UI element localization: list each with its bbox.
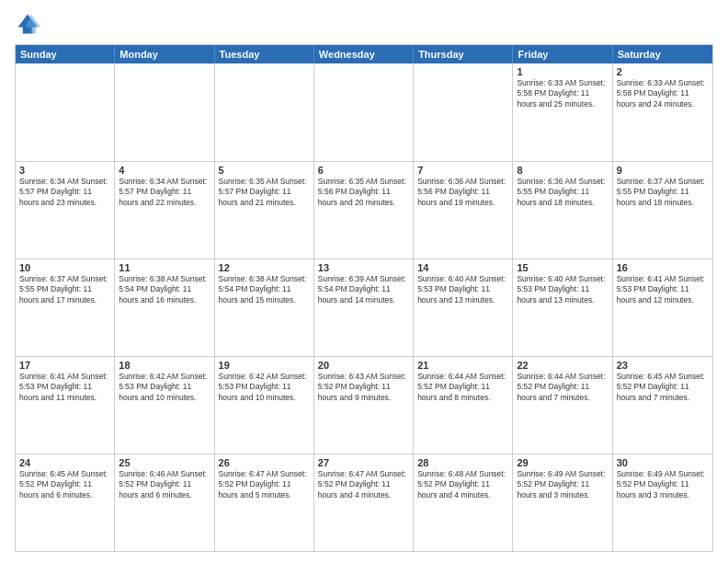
day-info: Sunrise: 6:33 AM Sunset: 5:58 PM Dayligh… — [617, 78, 709, 109]
calendar: SundayMondayTuesdayWednesdayThursdayFrid… — [15, 44, 713, 552]
calendar-day-30: 30Sunrise: 6:49 AM Sunset: 5:52 PM Dayli… — [613, 454, 712, 551]
day-number: 18 — [119, 360, 210, 371]
day-info: Sunrise: 6:49 AM Sunset: 5:52 PM Dayligh… — [517, 469, 608, 500]
day-number: 27 — [318, 457, 409, 468]
day-info: Sunrise: 6:37 AM Sunset: 5:55 PM Dayligh… — [19, 274, 110, 305]
day-info: Sunrise: 6:45 AM Sunset: 5:52 PM Dayligh… — [617, 372, 709, 403]
calendar-day-1: 1Sunrise: 6:33 AM Sunset: 5:58 PM Daylig… — [513, 63, 612, 161]
calendar-day-15: 15Sunrise: 6:40 AM Sunset: 5:53 PM Dayli… — [513, 259, 612, 356]
day-number: 21 — [417, 360, 508, 371]
calendar-day-25: 25Sunrise: 6:46 AM Sunset: 5:52 PM Dayli… — [115, 454, 214, 551]
calendar-day-23: 23Sunrise: 6:45 AM Sunset: 5:52 PM Dayli… — [613, 357, 712, 454]
calendar-day-2: 2Sunrise: 6:33 AM Sunset: 5:58 PM Daylig… — [613, 63, 712, 161]
day-info: Sunrise: 6:40 AM Sunset: 5:53 PM Dayligh… — [417, 274, 508, 305]
calendar-empty-cell — [314, 63, 414, 161]
logo — [15, 11, 40, 37]
day-number: 13 — [318, 262, 409, 273]
day-info: Sunrise: 6:49 AM Sunset: 5:52 PM Dayligh… — [617, 469, 709, 500]
calendar-day-22: 22Sunrise: 6:44 AM Sunset: 5:52 PM Dayli… — [513, 357, 612, 454]
calendar-header: SundayMondayTuesdayWednesdayThursdayFrid… — [16, 45, 712, 63]
calendar-empty-cell — [215, 63, 314, 161]
calendar-week-3: 10Sunrise: 6:37 AM Sunset: 5:55 PM Dayli… — [16, 259, 712, 356]
calendar-day-3: 3Sunrise: 6:34 AM Sunset: 5:57 PM Daylig… — [16, 162, 115, 259]
calendar-day-7: 7Sunrise: 6:36 AM Sunset: 5:56 PM Daylig… — [414, 162, 513, 259]
weekday-header-saturday: Saturday — [613, 45, 712, 63]
day-number: 15 — [517, 262, 608, 273]
calendar-day-21: 21Sunrise: 6:44 AM Sunset: 5:52 PM Dayli… — [414, 357, 513, 454]
day-info: Sunrise: 6:44 AM Sunset: 5:52 PM Dayligh… — [417, 372, 508, 403]
day-info: Sunrise: 6:45 AM Sunset: 5:52 PM Dayligh… — [19, 469, 110, 500]
calendar-week-5: 24Sunrise: 6:45 AM Sunset: 5:52 PM Dayli… — [16, 454, 712, 551]
day-number: 3 — [19, 165, 110, 176]
day-info: Sunrise: 6:41 AM Sunset: 5:53 PM Dayligh… — [19, 372, 110, 403]
day-number: 5 — [219, 165, 310, 176]
day-info: Sunrise: 6:43 AM Sunset: 5:52 PM Dayligh… — [318, 372, 409, 403]
weekday-header-friday: Friday — [513, 45, 612, 63]
calendar-day-19: 19Sunrise: 6:42 AM Sunset: 5:53 PM Dayli… — [215, 357, 314, 454]
calendar-day-9: 9Sunrise: 6:37 AM Sunset: 5:55 PM Daylig… — [613, 162, 712, 259]
logo-icon — [15, 11, 40, 37]
day-number: 24 — [19, 457, 110, 468]
day-number: 28 — [417, 457, 508, 468]
day-number: 20 — [318, 360, 409, 371]
calendar-day-5: 5Sunrise: 6:35 AM Sunset: 5:57 PM Daylig… — [215, 162, 314, 259]
day-info: Sunrise: 6:48 AM Sunset: 5:52 PM Dayligh… — [417, 469, 508, 500]
day-info: Sunrise: 6:41 AM Sunset: 5:53 PM Dayligh… — [617, 274, 709, 305]
day-number: 8 — [517, 165, 608, 176]
day-number: 29 — [517, 457, 608, 468]
day-number: 16 — [617, 262, 709, 273]
header — [15, 11, 713, 37]
calendar-day-24: 24Sunrise: 6:45 AM Sunset: 5:52 PM Dayli… — [16, 454, 115, 551]
calendar-day-26: 26Sunrise: 6:47 AM Sunset: 5:52 PM Dayli… — [215, 454, 314, 551]
day-info: Sunrise: 6:40 AM Sunset: 5:53 PM Dayligh… — [517, 274, 608, 305]
day-info: Sunrise: 6:33 AM Sunset: 5:58 PM Dayligh… — [517, 78, 608, 109]
day-number: 10 — [19, 262, 110, 273]
day-info: Sunrise: 6:42 AM Sunset: 5:53 PM Dayligh… — [119, 372, 210, 403]
calendar-empty-cell — [115, 63, 214, 161]
day-number: 25 — [119, 457, 210, 468]
day-number: 11 — [119, 262, 210, 273]
day-number: 1 — [517, 66, 608, 77]
calendar-day-16: 16Sunrise: 6:41 AM Sunset: 5:53 PM Dayli… — [613, 259, 712, 356]
day-info: Sunrise: 6:36 AM Sunset: 5:56 PM Dayligh… — [417, 177, 508, 208]
day-info: Sunrise: 6:38 AM Sunset: 5:54 PM Dayligh… — [119, 274, 210, 305]
calendar-day-8: 8Sunrise: 6:36 AM Sunset: 5:55 PM Daylig… — [513, 162, 612, 259]
calendar-day-4: 4Sunrise: 6:34 AM Sunset: 5:57 PM Daylig… — [115, 162, 214, 259]
day-number: 7 — [417, 165, 508, 176]
day-info: Sunrise: 6:38 AM Sunset: 5:54 PM Dayligh… — [219, 274, 310, 305]
day-number: 14 — [417, 262, 508, 273]
day-number: 6 — [318, 165, 409, 176]
calendar-day-20: 20Sunrise: 6:43 AM Sunset: 5:52 PM Dayli… — [314, 357, 414, 454]
day-number: 17 — [19, 360, 110, 371]
calendar-week-1: 1Sunrise: 6:33 AM Sunset: 5:58 PM Daylig… — [16, 63, 712, 161]
day-number: 30 — [617, 457, 709, 468]
calendar-day-6: 6Sunrise: 6:35 AM Sunset: 5:56 PM Daylig… — [314, 162, 414, 259]
day-info: Sunrise: 6:46 AM Sunset: 5:52 PM Dayligh… — [119, 469, 210, 500]
day-info: Sunrise: 6:34 AM Sunset: 5:57 PM Dayligh… — [19, 177, 110, 208]
day-info: Sunrise: 6:36 AM Sunset: 5:55 PM Dayligh… — [517, 177, 608, 208]
day-info: Sunrise: 6:37 AM Sunset: 5:55 PM Dayligh… — [617, 177, 709, 208]
day-number: 12 — [219, 262, 310, 273]
weekday-header-tuesday: Tuesday — [215, 45, 314, 63]
calendar-day-14: 14Sunrise: 6:40 AM Sunset: 5:53 PM Dayli… — [414, 259, 513, 356]
day-info: Sunrise: 6:35 AM Sunset: 5:57 PM Dayligh… — [219, 177, 310, 208]
calendar-day-27: 27Sunrise: 6:47 AM Sunset: 5:52 PM Dayli… — [314, 454, 414, 551]
calendar-day-11: 11Sunrise: 6:38 AM Sunset: 5:54 PM Dayli… — [115, 259, 214, 356]
calendar-week-2: 3Sunrise: 6:34 AM Sunset: 5:57 PM Daylig… — [16, 161, 712, 259]
day-number: 22 — [517, 360, 608, 371]
calendar-day-18: 18Sunrise: 6:42 AM Sunset: 5:53 PM Dayli… — [115, 357, 214, 454]
day-info: Sunrise: 6:44 AM Sunset: 5:52 PM Dayligh… — [517, 372, 608, 403]
day-number: 9 — [617, 165, 709, 176]
day-number: 26 — [219, 457, 310, 468]
weekday-header-thursday: Thursday — [414, 45, 513, 63]
day-info: Sunrise: 6:47 AM Sunset: 5:52 PM Dayligh… — [219, 469, 310, 500]
calendar-day-10: 10Sunrise: 6:37 AM Sunset: 5:55 PM Dayli… — [16, 259, 115, 356]
calendar-empty-cell — [16, 63, 115, 161]
day-number: 2 — [617, 66, 709, 77]
calendar-week-4: 17Sunrise: 6:41 AM Sunset: 5:53 PM Dayli… — [16, 356, 712, 454]
calendar-day-13: 13Sunrise: 6:39 AM Sunset: 5:54 PM Dayli… — [314, 259, 414, 356]
weekday-header-monday: Monday — [115, 45, 214, 63]
calendar-day-29: 29Sunrise: 6:49 AM Sunset: 5:52 PM Dayli… — [513, 454, 612, 551]
day-number: 23 — [617, 360, 709, 371]
calendar-body: 1Sunrise: 6:33 AM Sunset: 5:58 PM Daylig… — [16, 63, 712, 551]
